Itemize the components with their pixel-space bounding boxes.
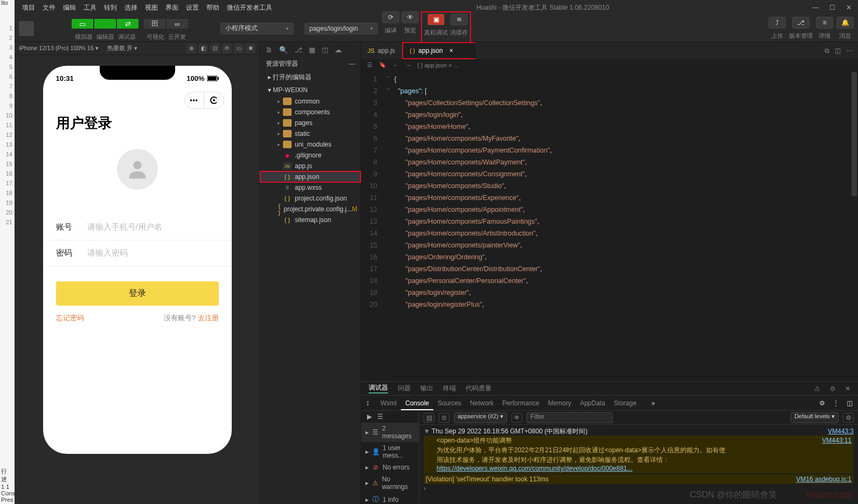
more-icon[interactable]: ⋯ xyxy=(349,60,355,68)
search-icon[interactable]: 🔍 xyxy=(279,46,288,54)
sim-tool-icon[interactable]: ⟳ xyxy=(222,44,232,53)
fwd-icon[interactable]: → xyxy=(404,62,413,68)
close-tab-icon[interactable]: × xyxy=(449,47,453,54)
bottom-tab-调试器[interactable]: 调试器 xyxy=(369,383,388,393)
tree-app.js[interactable]: JSapp.js xyxy=(260,161,361,171)
tree-project.config.json[interactable]: { }project.config.json xyxy=(260,193,361,204)
hot-reload[interactable]: 热重载 开 ▾ xyxy=(107,44,137,52)
menu-item[interactable]: 设置 xyxy=(183,2,202,14)
console-prompt[interactable]: › xyxy=(424,485,426,492)
more-icon[interactable]: ⋯ xyxy=(846,47,853,54)
console-filter-row[interactable]: ▸⚠No warnings xyxy=(361,473,419,493)
toolbar-调试器[interactable]: ⇄ xyxy=(117,16,139,32)
explorer-icon[interactable]: 🗎 xyxy=(266,46,273,54)
code-area[interactable]: 1234567891011121314151617181920 ⌄⌄ { "pa… xyxy=(361,71,858,381)
console-filter-row[interactable]: ▸👤1 user mess... xyxy=(361,442,419,461)
capsule-target-icon[interactable] xyxy=(204,92,224,108)
action-预览[interactable]: 👁 xyxy=(402,11,419,23)
settings-icon[interactable]: ⚙ xyxy=(819,399,825,407)
password-field[interactable]: 密码 请输入密码 xyxy=(43,240,232,266)
more-tabs-icon[interactable]: » xyxy=(652,399,655,407)
sim-tool-icon[interactable]: ✖ xyxy=(246,44,255,53)
compare-icon[interactable]: ⧉ xyxy=(825,47,829,54)
subtab-AppData[interactable]: AppData xyxy=(576,397,610,409)
capsule-menu[interactable]: ••• xyxy=(184,92,224,109)
toolbar-模拟器[interactable]: ▭ xyxy=(72,16,93,32)
tree-project.private.config.j...[interactable]: { }project.private.config.j...M xyxy=(260,204,361,215)
context-select[interactable]: appservice (#2) ▾ xyxy=(454,412,507,423)
menu-item[interactable]: 视图 xyxy=(142,2,161,14)
right-消息[interactable]: 🔔 xyxy=(836,17,854,29)
register-link[interactable]: 去注册 xyxy=(198,314,219,322)
ext-icon[interactable]: ▦ xyxy=(309,46,315,54)
right-详情[interactable]: ≡ xyxy=(816,17,833,29)
subtab-Storage[interactable]: Storage xyxy=(610,397,641,409)
panel-btn-icon[interactable]: ⊝ xyxy=(830,385,835,392)
action-编译[interactable]: ⟳ xyxy=(382,11,399,23)
clear-icon[interactable]: ⊘ xyxy=(439,413,449,423)
tree-pages[interactable]: ▸pages xyxy=(260,118,361,128)
menu-item[interactable]: 帮助 xyxy=(203,2,223,14)
toolbar-编辑器[interactable] xyxy=(94,16,116,32)
login-button[interactable]: 登录 xyxy=(56,281,219,306)
eye-icon[interactable]: 👁 xyxy=(511,413,522,423)
console-filter-row[interactable]: ▸☰2 messages xyxy=(361,423,419,442)
subtab-Wxml[interactable]: Wxml xyxy=(376,397,401,409)
toolbar-可视化[interactable]: 田 xyxy=(144,16,165,32)
list-icon[interactable]: ☰ xyxy=(365,61,374,68)
tab-app.json[interactable]: { }app.json× xyxy=(402,42,475,59)
toolbar-云开发[interactable]: ∞ xyxy=(167,16,188,32)
tree-static[interactable]: ▸static xyxy=(260,128,361,139)
sim-tool-icon[interactable]: ⊕ xyxy=(186,44,196,53)
dock-icon[interactable]: ◫ xyxy=(847,399,853,407)
settings-icon[interactable]: ⚙ xyxy=(843,413,854,423)
bottom-tab-代码质量[interactable]: 代码质量 xyxy=(466,384,492,393)
subtab-Console[interactable]: Console xyxy=(401,397,433,410)
console-filter-row[interactable]: ▸⊘No errors xyxy=(361,461,419,473)
subtab-Memory[interactable]: Memory xyxy=(544,397,576,409)
bottom-tab-终端[interactable]: 终端 xyxy=(443,384,456,393)
close-button[interactable]: ✕ xyxy=(844,3,854,12)
doc-link[interactable]: https://developers.weixin.qq.com/communi… xyxy=(437,465,633,472)
open-editors-section[interactable]: ▸ 打开的编辑器 xyxy=(260,71,361,84)
ext-icon[interactable]: ◫ xyxy=(322,46,328,54)
sim-tool-icon[interactable]: ⊡ xyxy=(210,44,220,53)
account-field[interactable]: 账号 请输入手机号/用户名 xyxy=(43,215,232,240)
dots-icon[interactable]: ⋮ xyxy=(833,399,839,407)
source-link[interactable]: VM443:11 xyxy=(822,436,852,445)
panel-btn-icon[interactable]: ✕ xyxy=(845,385,850,392)
branch-icon[interactable]: ⎇ xyxy=(294,46,302,54)
console-filter-row[interactable]: ▸ⓘ1 info xyxy=(361,493,419,504)
right-上传[interactable]: ⤴ xyxy=(769,17,786,29)
bookmark-icon[interactable]: 🔖 xyxy=(378,61,387,68)
tree-common[interactable]: ▸common xyxy=(260,96,361,107)
tree-uni_modules[interactable]: ▸uni_modules xyxy=(260,139,361,150)
filter-input[interactable]: Filter xyxy=(527,412,613,423)
source-link[interactable]: VM16 asdebug.js:1 xyxy=(796,475,852,484)
device-select[interactable]: iPhone 12/13 (Pro) 100% 16 ▾ xyxy=(19,45,99,52)
forgot-link[interactable]: 忘记密码 xyxy=(56,313,84,323)
menu-item[interactable]: 转到 xyxy=(101,2,120,14)
sim-tool-icon[interactable]: ▭ xyxy=(234,44,244,53)
subtab-Performance[interactable]: Performance xyxy=(498,397,544,409)
tree-components[interactable]: ▸components xyxy=(260,107,361,118)
right-版本管理[interactable]: ⎇ xyxy=(792,17,809,29)
levels-select[interactable]: Default levels ▾ xyxy=(791,412,839,423)
maximize-button[interactable]: ☐ xyxy=(827,3,838,12)
project-section[interactable]: ▾ MP-WEIXIN xyxy=(260,84,361,96)
bottom-tab-输出[interactable]: 输出 xyxy=(420,384,433,393)
menu-item[interactable]: 编辑 xyxy=(60,2,79,14)
inspect-icon[interactable]: ⟟ xyxy=(366,399,369,407)
ext-icon[interactable]: ☁ xyxy=(335,46,342,54)
menu-item[interactable]: 项目 xyxy=(19,2,38,14)
bottom-tab-问题[interactable]: 问题 xyxy=(398,384,411,393)
tab-app.js[interactable]: JSapp.js xyxy=(361,42,402,59)
source-link[interactable]: VM443:3 xyxy=(828,427,854,436)
split-icon[interactable]: ◫ xyxy=(835,47,841,54)
mode-select[interactable]: 小程序模式▾ xyxy=(220,23,294,34)
minimize-button[interactable]: — xyxy=(810,3,821,12)
panel-btn-icon[interactable]: ⚠ xyxy=(814,385,820,392)
tree-app.wxss[interactable]: #app.wxss xyxy=(260,182,361,193)
action-真机调试[interactable]: ▣ xyxy=(427,13,445,25)
action-清缓存[interactable]: ≋ xyxy=(451,13,468,25)
